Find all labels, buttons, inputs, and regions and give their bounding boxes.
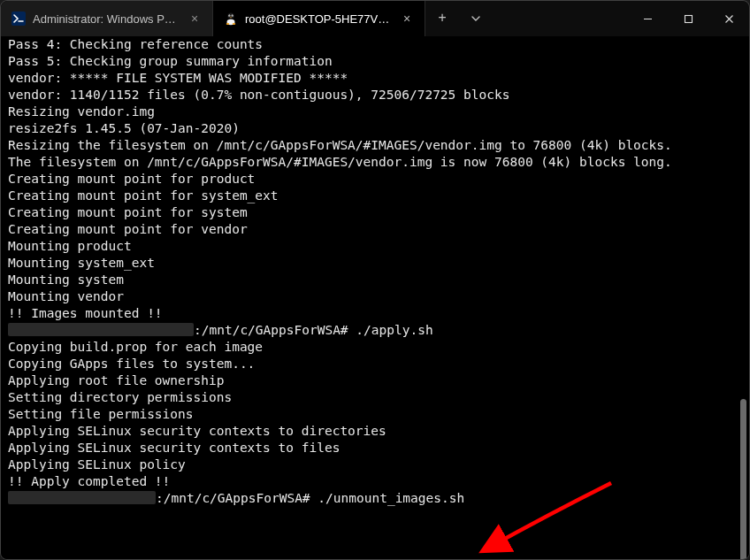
terminal-pane[interactable]: Pass 4: Checking reference countsPass 5:… [1,36,749,559]
chevron-down-icon [471,13,481,24]
powershell-icon [11,12,26,26]
svg-point-6 [232,16,233,17]
terminal-line: Creating mount point for vendor [8,221,749,238]
svg-point-8 [233,23,236,25]
terminal-line: Applying SELinux security contexts to di… [8,423,749,440]
terminal-line: Pass 5: Checking group summary informati… [8,53,749,70]
title-bar: Administrator: Windows PowerS × root@DES… [1,1,749,36]
maximize-button[interactable] [668,1,708,36]
terminal-line: !! Images mounted !! [8,305,749,322]
svg-point-7 [226,23,230,25]
terminal-line: Applying root file ownership [8,372,749,389]
terminal-line: Setting file permissions [8,406,749,423]
maximize-icon [684,14,693,24]
terminal-line: Mounting vendor [8,288,749,305]
tab-label: root@DESKTOP-5HE77VO: /mn [245,12,393,26]
svg-point-5 [229,16,230,17]
command-text: ./apply.sh [356,323,432,337]
terminal-line: Mounting system_ext [8,255,749,272]
terminal-line: vendor: ***** FILE SYSTEM WAS MODIFIED *… [8,70,749,87]
terminal-line: Creating mount point for product [8,171,749,188]
terminal-line: The filesystem on /mnt/c/GAppsForWSA/#IM… [8,154,749,171]
terminal-line: Mounting product [8,238,749,255]
prompt-line: :/mnt/c/GAppsForWSA# ./apply.sh [8,322,749,339]
terminal-line: Mounting system [8,272,749,288]
terminal-line: resize2fs 1.45.5 (07-Jan-2020) [8,120,749,137]
terminal-line: Setting directory permissions [8,389,749,406]
terminal-line: vendor: 1140/1152 files (0.7% non-contig… [8,87,749,104]
close-window-button[interactable] [708,1,749,36]
tab-strip: Administrator: Windows PowerS × root@DES… [1,1,425,36]
prompt-line: :/mnt/c/GAppsForWSA# ./unmount_images.sh [8,490,749,507]
terminal-line: !! Apply completed !! [8,473,749,490]
terminal-line: Pass 4: Checking reference counts [8,36,749,53]
close-icon[interactable]: × [188,12,202,26]
terminal-line: Copying build.prop for each image [8,339,749,356]
terminal-line: Resizing vendor.img [8,104,749,120]
tab-dropdown-button[interactable] [459,1,493,36]
terminal-line: Creating mount point for system_ext [8,188,749,204]
tab-powershell[interactable]: Administrator: Windows PowerS × [1,1,213,36]
tux-icon [224,12,238,26]
terminal-line: Resizing the filesystem on /mnt/c/GAppsF… [8,137,749,154]
svg-rect-9 [685,15,692,22]
terminal-line: Creating mount point for system [8,204,749,221]
close-icon [724,14,734,24]
close-icon[interactable]: × [400,12,414,26]
command-text: ./unmount_images.sh [318,491,464,505]
scrollbar-thumb[interactable] [740,399,746,559]
minimize-icon [643,14,653,24]
new-tab-button[interactable]: + [425,1,459,36]
redacted-user-host [8,323,194,336]
terminal-line: Applying SELinux policy [8,456,749,473]
terminal-line: Copying GApps files to system... [8,356,749,372]
tab-wsl[interactable]: root@DESKTOP-5HE77VO: /mn × [213,1,425,36]
tab-label: Administrator: Windows PowerS [33,12,180,26]
redacted-user-host [8,491,156,504]
terminal-line: Applying SELinux security contexts to fi… [8,440,749,456]
minimize-button[interactable] [627,1,668,36]
